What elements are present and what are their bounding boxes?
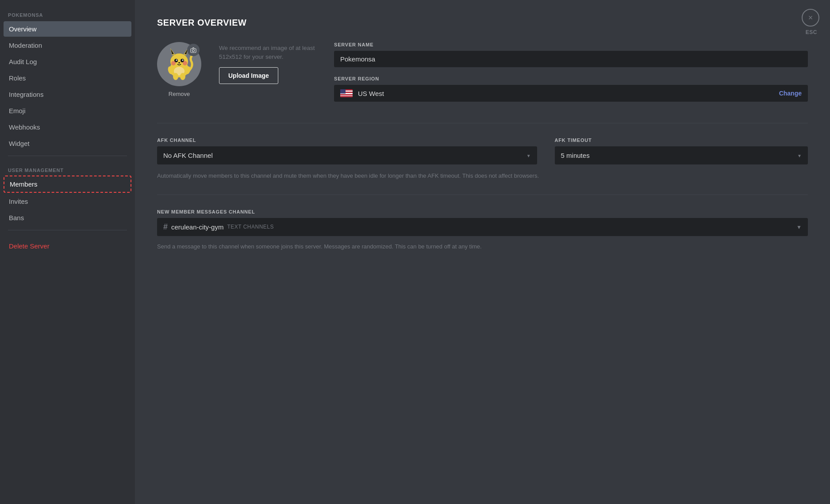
afk-section: AFK CHANNEL No AFK Channel AFK TIMEOUT 5…	[157, 137, 808, 164]
sidebar: POKEMONSA Overview Moderation Audit Log …	[0, 0, 135, 504]
upload-icon-overlay[interactable]	[187, 44, 200, 56]
section-divider-1	[157, 123, 808, 123]
afk-timeout-label: AFK TIMEOUT	[555, 137, 808, 143]
afk-channel-label: AFK CHANNEL	[157, 137, 537, 143]
channel-name: cerulean-city-gym	[171, 223, 223, 231]
delete-server-button[interactable]: Delete Server	[4, 238, 131, 254]
esc-label: ESC	[806, 29, 817, 35]
new-member-label: NEW MEMBER MESSAGES CHANNEL	[157, 209, 808, 214]
user-management-section-label: USER MANAGEMENT	[4, 160, 131, 175]
region-name: US West	[358, 90, 384, 97]
sidebar-divider-2	[8, 230, 127, 230]
server-icon-wrapper	[157, 42, 201, 86]
afk-timeout-select-wrapper: 5 minutes 15 minutes 30 minutes 1 hour	[555, 146, 808, 164]
close-button[interactable]: ×	[802, 9, 819, 27]
upload-section: We recommend an image of at least 512x51…	[219, 42, 316, 84]
server-region-label: SERVER REGION	[334, 76, 808, 81]
server-name-label: SERVER NAME	[334, 42, 808, 47]
new-member-description: Send a message to this channel when some…	[157, 242, 808, 251]
sidebar-divider	[8, 156, 127, 156]
afk-channel-field: AFK CHANNEL No AFK Channel	[157, 137, 537, 164]
sidebar-item-bans[interactable]: Bans	[4, 210, 131, 225]
region-left: US West	[340, 89, 384, 97]
channel-selector-right: ▼	[796, 223, 802, 231]
svg-point-10	[171, 61, 176, 65]
svg-point-9	[182, 60, 184, 61]
overview-top: Remove We recommend an image of at least…	[157, 42, 808, 102]
sidebar-item-webhooks[interactable]: Webhooks	[4, 119, 131, 135]
close-icon: ×	[808, 13, 813, 23]
svg-point-8	[176, 60, 177, 61]
sidebar-item-audit-log[interactable]: Audit Log	[4, 54, 131, 69]
region-selector[interactable]: US West Change	[334, 85, 808, 102]
us-flag-icon	[340, 89, 353, 97]
upload-hint: We recommend an image of at least 512x51…	[219, 44, 316, 62]
page-title: SERVER OVERVIEW	[157, 18, 808, 28]
sidebar-item-integrations[interactable]: Integrations	[4, 87, 131, 102]
svg-rect-18	[191, 49, 196, 53]
main-content: SERVER OVERVIEW	[135, 0, 830, 504]
svg-point-17	[180, 73, 185, 80]
afk-channel-select[interactable]: No AFK Channel	[157, 146, 537, 164]
channel-type-label: TEXT CHANNELS	[227, 224, 274, 230]
sidebar-item-members[interactable]: Members	[4, 176, 131, 193]
server-details: SERVER NAME SERVER REGION	[334, 42, 808, 102]
svg-point-11	[183, 61, 187, 65]
sidebar-item-roles[interactable]: Roles	[4, 70, 131, 86]
sidebar-item-invites[interactable]: Invites	[4, 194, 131, 209]
svg-rect-27	[340, 96, 353, 97]
svg-rect-28	[340, 89, 346, 94]
server-name: POKEMONSA	[4, 9, 131, 20]
afk-timeout-select[interactable]: 5 minutes 15 minutes 30 minutes 1 hour	[555, 146, 808, 164]
new-member-section: NEW MEMBER MESSAGES CHANNEL # cerulean-c…	[157, 209, 808, 251]
sidebar-item-emoji[interactable]: Emoji	[4, 103, 131, 118]
svg-point-19	[192, 50, 195, 52]
chevron-down-icon: ▼	[796, 224, 802, 230]
upload-image-button[interactable]: Upload Image	[219, 67, 278, 84]
sidebar-item-widget[interactable]: Widget	[4, 136, 131, 151]
afk-description: Automatically move members to this chann…	[157, 172, 808, 180]
svg-point-16	[173, 73, 178, 80]
server-name-input[interactable]	[334, 51, 808, 67]
hash-icon: #	[163, 222, 168, 232]
afk-timeout-field: AFK TIMEOUT 5 minutes 15 minutes 30 minu…	[555, 137, 808, 164]
remove-label[interactable]: Remove	[169, 91, 190, 97]
change-region-button[interactable]: Change	[779, 90, 802, 97]
afk-channel-select-wrapper: No AFK Channel	[157, 146, 537, 164]
channel-selector[interactable]: # cerulean-city-gym TEXT CHANNELS ▼	[157, 218, 808, 236]
svg-point-12	[178, 62, 180, 64]
server-name-field: SERVER NAME	[334, 42, 808, 67]
server-region-field: SERVER REGION	[334, 76, 808, 102]
camera-icon	[190, 47, 196, 53]
server-icon-section: Remove	[157, 42, 201, 97]
sidebar-item-moderation[interactable]: Moderation	[4, 38, 131, 53]
svg-rect-25	[340, 94, 353, 95]
section-divider-2	[157, 195, 808, 195]
sidebar-item-overview[interactable]: Overview	[4, 21, 131, 37]
